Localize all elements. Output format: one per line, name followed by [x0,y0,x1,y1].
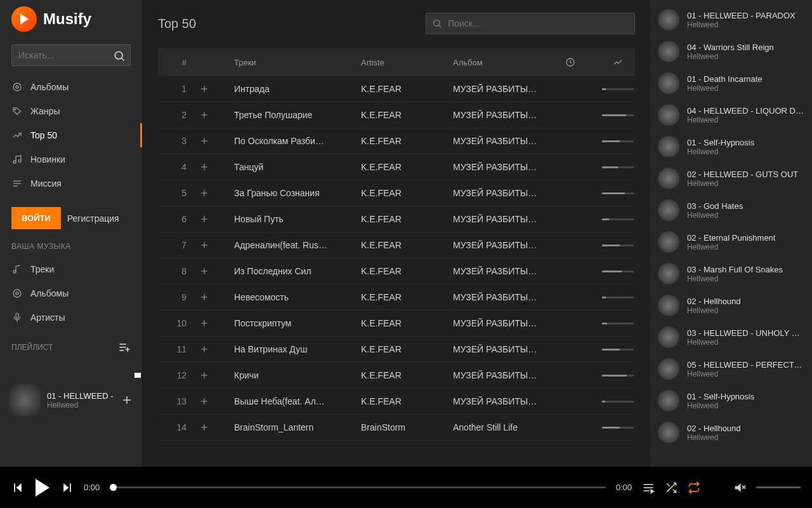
queue-icon[interactable] [642,481,655,494]
play-button[interactable] [36,479,49,497]
library-item-альбомы[interactable]: Альбомы [0,281,142,305]
nav-item-новинки[interactable]: Новинки [0,147,142,171]
library-item-артисты[interactable]: Артисты [0,305,142,330]
mute-icon[interactable] [733,481,746,494]
volume-slider[interactable] [756,486,801,488]
table-row[interactable]: 13Выше Неба(feat. Ал…K.E.FEARМУЗЕЙ РАЗБИ… [158,389,635,415]
add-track-icon[interactable] [193,188,228,198]
queue-item[interactable]: 02 - HellhoundHellweed [653,290,809,321]
sidebar-scrollbar[interactable] [134,373,141,378]
add-track-icon[interactable] [193,318,228,328]
queue-item[interactable]: 02 - HellhoundHellweed [653,417,809,448]
track-index: 4 [158,162,193,172]
table-row[interactable]: 12КричиK.E.FEARМУЗЕЙ РАЗБИТЫХ … [158,363,635,389]
queue-item[interactable]: 03 - God HatesHellweed [653,194,809,226]
queue-item[interactable]: 02 - HELLWEED - GUTS OUTHellweed [653,163,809,194]
progress-handle[interactable] [110,484,117,491]
add-track-icon[interactable] [193,240,228,250]
queue-item[interactable]: 03 - Marsh Full Of SnakesHellweed [653,258,809,290]
add-track-icon[interactable] [193,396,228,406]
col-popularity[interactable] [596,57,640,67]
table-row[interactable]: 1ИнтрадаK.E.FEARМУЗЕЙ РАЗБИТЫХ … [158,76,635,102]
table-row[interactable]: 5За Гранью СознанияK.E.FEARМУЗЕЙ РАЗБИТЫ… [158,180,635,206]
add-playlist-icon[interactable] [118,341,131,354]
search-icon[interactable] [113,50,126,62]
col-artist[interactable]: Artiste [355,58,447,67]
queue-item[interactable]: 03 - HELLWEED - UNHOLY …Hellweed [653,321,809,353]
add-track-icon[interactable] [193,422,228,432]
library-item-треки[interactable]: Треки [0,257,142,281]
table-row[interactable]: 4ТанцуйK.E.FEARМУЗЕЙ РАЗБИТЫХ … [158,154,635,180]
table-row[interactable]: 8Из Последних СилK.E.FEARМУЗЕЙ РАЗБИТЫХ … [158,258,635,284]
queue-title: 01 - Self-Hypnosis [687,138,804,147]
add-track-icon[interactable] [193,84,228,94]
add-track-icon[interactable] [193,162,228,172]
svg-marker-55 [63,483,69,491]
queue-item[interactable]: 02 - Eternal PunishmentHellweed [653,226,809,258]
queue-artist: Hellweed [687,433,804,442]
now-playing-mini[interactable]: 01 - HELLWEED - Hellweed [0,378,142,422]
add-track-icon[interactable] [193,370,228,380]
track-album: МУЗЕЙ РАЗБИТЫХ … [447,136,545,146]
logo[interactable]: Musify [0,6,142,41]
queue-title: 02 - HELLWEED - GUTS OUT [687,170,804,179]
queue-artist: Hellweed [687,338,804,347]
col-duration[interactable] [545,57,596,67]
col-track[interactable]: Треки [228,58,355,67]
queue-item[interactable]: 01 - Self-HypnosisHellweed [653,385,809,417]
track-popularity [596,114,640,116]
add-track-icon[interactable] [193,292,228,302]
add-track-icon[interactable] [193,266,228,276]
table-row[interactable]: 6Новый ПутьK.E.FEARМУЗЕЙ РАЗБИТЫХ … [158,206,635,232]
progress-bar[interactable] [110,486,605,488]
nav-item-альбомы[interactable]: Альбомы [0,75,142,99]
login-button[interactable]: ВОЙТИ [11,207,61,229]
svg-point-22 [434,20,440,26]
table-row[interactable]: 2Третье ПолушариеK.E.FEARМУЗЕЙ РАЗБИТЫХ … [158,102,635,128]
main-search-input[interactable] [426,13,635,34]
add-track-icon[interactable] [193,136,228,146]
nav-label: Треки [30,264,54,274]
queue-item[interactable]: 01 - Death IncarnateHellweed [653,67,809,99]
queue-item[interactable]: 04 - HELLWEED - LIQUOR D…Hellweed [653,99,809,131]
table-row[interactable]: 14BrainStorm_LanternBrainStormAnother St… [158,415,635,441]
shuffle-icon[interactable] [665,481,678,494]
queue-item[interactable]: 01 - HELLWEED - PARADOXHellweed [653,4,809,36]
queue-art [658,422,679,443]
track-artist: BrainStorm [355,422,447,432]
table-row[interactable]: 3По Осколкам Разби…K.E.FEARМУЗЕЙ РАЗБИТЫ… [158,128,635,154]
track-artist: K.E.FEAR [355,240,447,250]
track-name: Танцуй [228,162,355,172]
queue-title: 01 - Death Incarnate [687,74,804,84]
queue-artist: Hellweed [687,243,804,251]
queue-item[interactable]: 01 - Self-HypnosisHellweed [653,131,809,163]
add-track-icon[interactable] [193,214,228,224]
track-popularity [596,271,640,272]
track-popularity [596,375,640,377]
table-row[interactable]: 10ПостскриптумK.E.FEARМУЗЕЙ РАЗБИТЫХ … [158,311,635,337]
add-track-icon[interactable] [193,110,228,120]
register-link[interactable]: Регистрация [67,213,119,224]
table-row[interactable]: 9НевесомостьK.E.FEARМУЗЕЙ РАЗБИТЫХ … [158,284,635,311]
repeat-icon[interactable] [688,481,700,494]
prev-button[interactable] [11,481,24,494]
nav-item-жанры[interactable]: Жанры [0,99,142,123]
track-artist: K.E.FEAR [355,292,447,302]
queue-art [658,136,679,157]
nav-item-миссия[interactable]: Миссия [0,171,142,196]
next-button[interactable] [61,481,74,494]
add-track-icon[interactable] [193,344,228,354]
table-row[interactable]: 7Адреналин(feat. Rus…K.E.FEARМУЗЕЙ РАЗБИ… [158,232,635,258]
track-popularity [596,349,640,351]
queue-artist: Hellweed [687,401,804,410]
table-row[interactable]: 11На Витринах ДушK.E.FEARМУЗЕЙ РАЗБИТЫХ … [158,337,635,363]
queue-item[interactable]: 05 - HELLWEED - PERFECT …Hellweed [653,353,809,385]
col-album[interactable]: Альбом [447,58,545,67]
queue-art [658,199,679,221]
add-icon[interactable] [121,394,133,406]
nav-item-top-50[interactable]: Top 50 [0,123,142,147]
queue-item[interactable]: 04 - Warriors Still ReignHellweed [653,36,809,67]
sidebar-search [11,44,131,66]
track-popularity [596,166,640,168]
disc-icon [11,288,23,299]
